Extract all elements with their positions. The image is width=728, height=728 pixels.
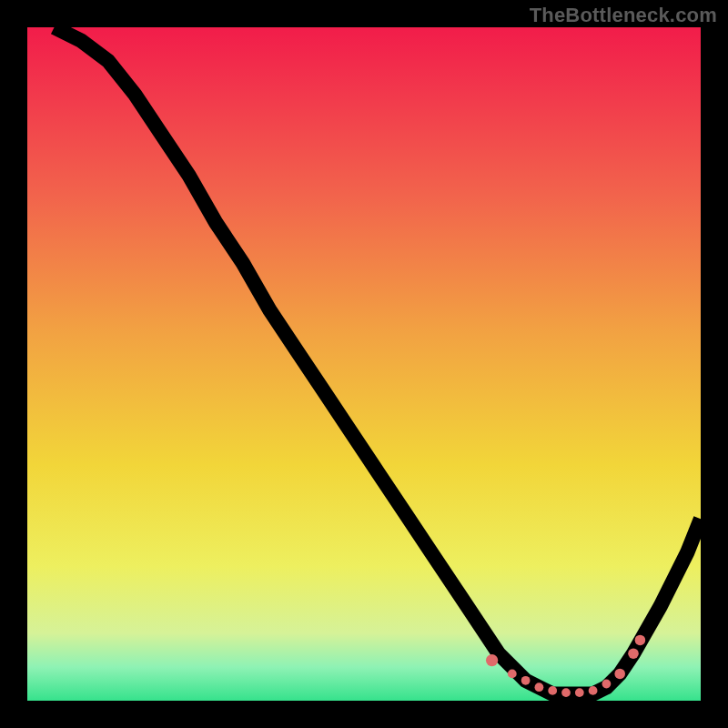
bottleneck-curve <box>55 27 701 694</box>
marker-point <box>575 688 584 697</box>
marker-point <box>561 688 571 697</box>
marker-point <box>635 635 646 646</box>
watermark-text: TheBottleneck.com <box>530 4 717 27</box>
marker-point <box>508 670 517 679</box>
marker-point <box>521 676 531 685</box>
marker-point <box>486 654 498 666</box>
marker-point <box>628 648 639 659</box>
chart-svg <box>27 27 701 701</box>
marker-point <box>535 682 544 692</box>
marker-point <box>548 686 557 695</box>
marker-point <box>602 680 612 689</box>
marker-point <box>589 686 598 695</box>
plot-area <box>27 27 701 701</box>
marker-point <box>614 669 625 680</box>
chart-frame: TheBottleneck.com <box>0 0 728 728</box>
